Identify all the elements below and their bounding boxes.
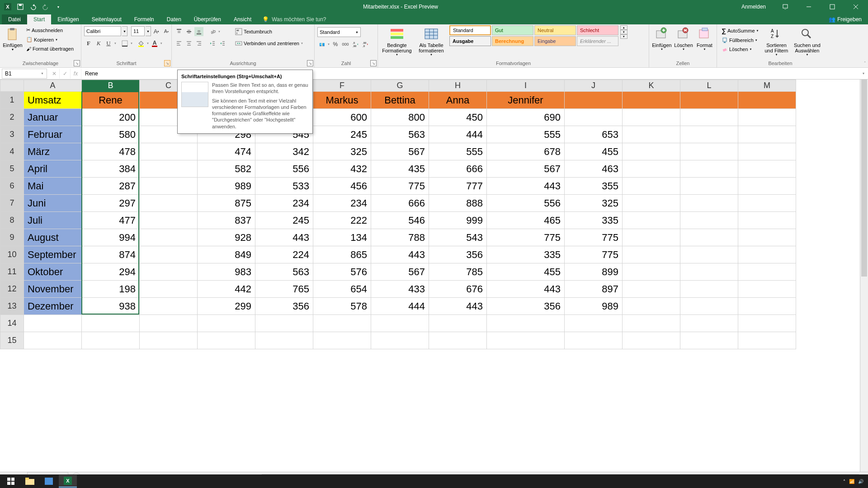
border-button[interactable] xyxy=(120,39,129,48)
cell-J5[interactable]: 463 xyxy=(565,160,623,178)
cell-B1[interactable]: Rene xyxy=(82,92,140,109)
cell-K12[interactable] xyxy=(623,281,680,298)
number-launcher[interactable]: ↘ xyxy=(370,60,377,66)
row-header-13[interactable]: 13 xyxy=(0,298,24,315)
cell-K3[interactable] xyxy=(623,126,680,143)
style-gallery-nav[interactable]: ▴ ▾ ▾ xyxy=(620,25,627,39)
cell-J8[interactable]: 335 xyxy=(565,212,623,229)
cell-M15[interactable] xyxy=(738,332,796,349)
close-button[interactable] xyxy=(845,0,866,14)
cell-F2[interactable]: 600 xyxy=(313,109,371,126)
cell-J6[interactable]: 355 xyxy=(565,178,623,195)
select-all-corner[interactable] xyxy=(0,80,24,92)
cell-C5[interactable] xyxy=(140,160,198,178)
cell-E12[interactable]: 765 xyxy=(255,281,313,298)
font-name-dropdown[interactable]: ▼ xyxy=(122,26,127,36)
clipboard-launcher[interactable]: ↘ xyxy=(74,60,80,66)
cell-K8[interactable] xyxy=(623,212,680,229)
cell-A14[interactable] xyxy=(24,315,82,332)
cell-M2[interactable] xyxy=(738,109,796,126)
copy-button[interactable]: 📋Kopieren▼ xyxy=(24,36,75,43)
cell-H13[interactable]: 443 xyxy=(429,298,487,315)
cell-E14[interactable] xyxy=(255,315,313,332)
tray-volume-icon[interactable]: 🔊 xyxy=(858,479,863,484)
cell-E5[interactable]: 556 xyxy=(255,160,313,178)
cell-D10[interactable]: 849 xyxy=(198,246,255,263)
cell-D8[interactable]: 837 xyxy=(198,212,255,229)
cell-J1[interactable] xyxy=(565,92,623,109)
cell-K10[interactable] xyxy=(623,246,680,263)
cell-H5[interactable]: 666 xyxy=(429,160,487,178)
cell-G5[interactable]: 435 xyxy=(371,160,429,178)
cell-B2[interactable]: 200 xyxy=(82,109,140,126)
cell-J9[interactable]: 775 xyxy=(565,229,623,246)
cell-E13[interactable]: 356 xyxy=(255,298,313,315)
font-size-dropdown[interactable]: ▼ xyxy=(146,26,151,36)
percent-format-icon[interactable]: % xyxy=(331,40,340,49)
cell-D15[interactable] xyxy=(198,332,255,349)
style-schlecht[interactable]: Schlecht xyxy=(577,25,618,35)
cell-M13[interactable] xyxy=(738,298,796,315)
row-header-12[interactable]: 12 xyxy=(0,281,24,298)
tab-formulas[interactable]: Formeln xyxy=(128,14,160,24)
cell-A13[interactable]: Dezember xyxy=(24,298,82,315)
font-name-input[interactable]: Calibri xyxy=(84,26,121,36)
maximize-button[interactable] xyxy=(822,0,843,14)
cell-K14[interactable] xyxy=(623,315,680,332)
row-header-5[interactable]: 5 xyxy=(0,160,24,178)
cell-E11[interactable]: 563 xyxy=(255,263,313,281)
cell-A5[interactable]: April xyxy=(24,160,82,178)
cell-A10[interactable]: September xyxy=(24,246,82,263)
cell-G4[interactable]: 567 xyxy=(371,143,429,160)
cell-J13[interactable]: 989 xyxy=(565,298,623,315)
tab-file[interactable]: Datei xyxy=(2,14,27,24)
cell-H11[interactable]: 785 xyxy=(429,263,487,281)
cell-H15[interactable] xyxy=(429,332,487,349)
minimize-button[interactable] xyxy=(798,0,819,14)
style-berechnung[interactable]: Berechnung xyxy=(492,36,533,46)
cell-I5[interactable]: 567 xyxy=(487,160,565,178)
cell-D9[interactable]: 928 xyxy=(198,229,255,246)
cell-G6[interactable]: 775 xyxy=(371,178,429,195)
cell-G10[interactable]: 443 xyxy=(371,246,429,263)
cell-F15[interactable] xyxy=(313,332,371,349)
cell-K2[interactable] xyxy=(623,109,680,126)
signin-link[interactable]: Anmelden xyxy=(735,4,772,10)
cell-G11[interactable]: 567 xyxy=(371,263,429,281)
cell-H12[interactable]: 676 xyxy=(429,281,487,298)
cell-I10[interactable]: 335 xyxy=(487,246,565,263)
name-box[interactable]: B1▼ xyxy=(2,69,47,79)
orientation-button[interactable]: ab xyxy=(208,27,217,36)
cell-A9[interactable]: August xyxy=(24,229,82,246)
vertical-scrollbar[interactable] xyxy=(860,80,868,474)
align-right-icon[interactable] xyxy=(194,39,203,48)
cell-B8[interactable]: 477 xyxy=(82,212,140,229)
fill-button[interactable]: Füllbereich▼ xyxy=(720,36,760,44)
cell-M6[interactable] xyxy=(738,178,796,195)
cell-H14[interactable] xyxy=(429,315,487,332)
comma-format-icon[interactable]: 000 xyxy=(341,40,350,49)
cell-E10[interactable]: 224 xyxy=(255,246,313,263)
align-bottom-icon[interactable] xyxy=(194,27,203,36)
cell-B7[interactable]: 297 xyxy=(82,195,140,212)
cell-G1[interactable]: Bettina xyxy=(371,92,429,109)
cell-H9[interactable]: 543 xyxy=(429,229,487,246)
increase-indent-icon[interactable] xyxy=(218,39,227,48)
accounting-format-icon[interactable]: 💶 xyxy=(317,40,326,49)
cell-L12[interactable] xyxy=(680,281,738,298)
cell-J10[interactable]: 775 xyxy=(565,246,623,263)
column-header-J[interactable]: J xyxy=(565,80,623,92)
cell-A2[interactable]: Januar xyxy=(24,109,82,126)
tab-home[interactable]: Start xyxy=(27,14,51,24)
cell-A8[interactable]: Juli xyxy=(24,212,82,229)
autosum-button[interactable]: ∑AutoSumme▼ xyxy=(720,26,760,35)
row-header-7[interactable]: 7 xyxy=(0,195,24,212)
row-header-1[interactable]: 1 xyxy=(0,92,24,109)
taskbar-app[interactable] xyxy=(40,475,58,488)
cell-B15[interactable] xyxy=(82,332,140,349)
fill-color-button[interactable] xyxy=(137,39,146,48)
cell-F4[interactable]: 325 xyxy=(313,143,371,160)
cell-M10[interactable] xyxy=(738,246,796,263)
cell-E8[interactable]: 245 xyxy=(255,212,313,229)
fx-button[interactable]: fx xyxy=(71,69,81,79)
